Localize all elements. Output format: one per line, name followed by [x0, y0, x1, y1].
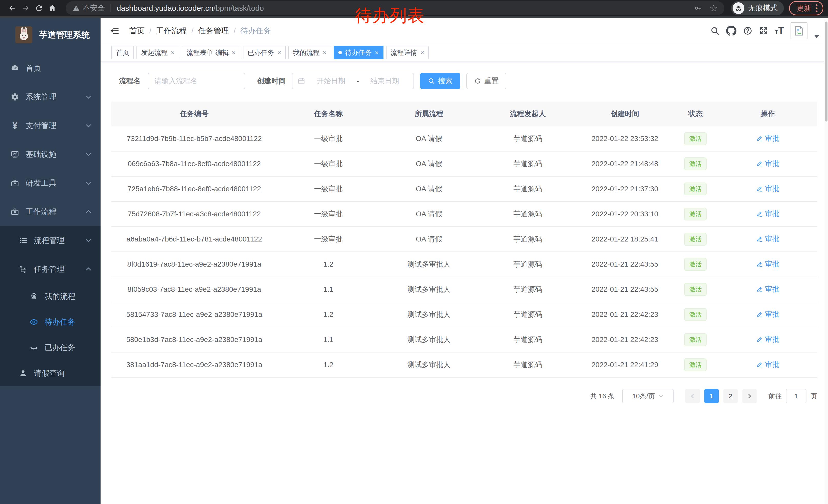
gear-icon: [10, 92, 19, 101]
tag-form-edit[interactable]: 流程表单-编辑×: [182, 46, 240, 59]
sidebar-item-home[interactable]: 首页: [0, 54, 100, 83]
status-badge: 激活: [684, 258, 707, 271]
font-size-icon[interactable]: TT: [775, 26, 784, 36]
sidebar-item-todo-task[interactable]: 待办任务: [0, 309, 100, 335]
approve-button[interactable]: 审批: [756, 234, 780, 244]
sidebar-item-devtools[interactable]: 研发工具: [0, 169, 100, 197]
page-button-2[interactable]: 2: [723, 389, 738, 403]
tag-todo-task[interactable]: 待办任务×: [334, 46, 383, 59]
avatar-caret-icon[interactable]: [814, 35, 819, 38]
approve-button[interactable]: 审批: [756, 360, 780, 369]
workflow-icon: [10, 207, 19, 216]
browser-menu-icon[interactable]: [816, 4, 818, 12]
refresh-icon: [474, 78, 481, 85]
close-icon[interactable]: ×: [420, 49, 424, 56]
chevron-down-icon: [85, 237, 92, 244]
home-icon[interactable]: [46, 2, 59, 15]
chevron-down-icon: [85, 122, 92, 129]
jump-suffix: 页: [811, 392, 817, 401]
list-icon: [18, 236, 28, 245]
approve-button[interactable]: 审批: [756, 184, 780, 193]
page-button-1[interactable]: 1: [704, 389, 719, 403]
table-row: 381aa1dd-7ac8-11ec-a9e2-a2380e71991a1.2测…: [111, 352, 817, 377]
sidebar-item-done-task[interactable]: 已办任务: [0, 335, 100, 360]
close-icon[interactable]: ×: [277, 49, 281, 56]
page-content: 流程名 创建时间 开始日期 - 结束日期 搜索 重置: [100, 62, 828, 403]
sidebar-item-leave-query[interactable]: 请假查询: [0, 360, 100, 386]
table-row: 8f0d1619-7ac8-11ec-a9e2-a2380e71991a1.2测…: [111, 252, 817, 277]
approve-button[interactable]: 审批: [756, 334, 780, 344]
status-badge: 激活: [684, 208, 707, 221]
sidebar-item-infra[interactable]: 基础设施: [0, 140, 100, 169]
approve-button[interactable]: 审批: [756, 259, 780, 269]
table-header-row: 任务编号 任务名称 所属流程 流程发起人 创建时间 状态 操作: [111, 101, 817, 126]
sidebar-item-task-manage[interactable]: 任务管理: [0, 255, 100, 283]
close-icon[interactable]: ×: [375, 49, 379, 56]
create-time-label: 创建时间: [257, 76, 286, 86]
approve-button[interactable]: 审批: [756, 134, 780, 143]
logo-image: [15, 27, 32, 43]
reload-icon[interactable]: [32, 2, 46, 15]
sidebar-item-system[interactable]: 系统管理: [0, 83, 100, 111]
reset-button[interactable]: 重置: [466, 73, 506, 89]
breadcrumb-home[interactable]: 首页: [129, 26, 145, 36]
edit-icon: [756, 261, 763, 268]
eye-closed-icon: [29, 343, 38, 352]
close-icon[interactable]: ×: [232, 49, 236, 56]
end-date-placeholder: 结束日期: [361, 76, 408, 86]
monitor-icon: [10, 150, 19, 159]
tag-done-task[interactable]: 已办任务×: [243, 46, 286, 59]
chevron-right-icon: [747, 393, 752, 399]
bookmark-star-icon[interactable]: ☆: [709, 4, 718, 13]
close-icon[interactable]: ×: [171, 49, 175, 56]
address-bar[interactable]: 不安全 dashboard.yudao.iocoder.cn/bpm/task/…: [66, 1, 724, 15]
app-logo[interactable]: 芋道管理系统: [0, 18, 100, 52]
github-icon[interactable]: [726, 26, 736, 36]
sidebar-item-process-manage[interactable]: 流程管理: [0, 226, 100, 255]
col-process: 所属流程: [380, 101, 479, 126]
sidebar-item-workflow[interactable]: 工作流程: [0, 197, 100, 226]
process-name-input[interactable]: [148, 73, 245, 89]
sidebar-item-my-process[interactable]: 我的流程: [0, 283, 100, 309]
security-label: 不安全: [83, 3, 105, 13]
sidebar-fold-icon[interactable]: [109, 26, 120, 36]
scrollbar-thumb[interactable]: [825, 21, 827, 122]
page-scrollbar[interactable]: [824, 19, 828, 504]
approve-button[interactable]: 审批: [756, 159, 780, 169]
security-status[interactable]: 不安全: [72, 3, 105, 13]
approve-button[interactable]: 审批: [756, 284, 780, 294]
divider: [111, 4, 111, 12]
workflow-submenu: 流程管理 任务管理 我的流程: [0, 226, 100, 386]
breadcrumb-workflow[interactable]: 工作流程: [156, 26, 187, 36]
active-dot: [338, 51, 342, 54]
update-button[interactable]: 更新: [789, 1, 823, 15]
breadcrumb-task-manage[interactable]: 任务管理: [198, 26, 229, 36]
sidebar-item-payment[interactable]: ¥ 支付管理: [0, 111, 100, 140]
tag-process-detail[interactable]: 流程详情×: [386, 46, 429, 59]
search-icon[interactable]: [710, 26, 719, 35]
browser-toolbar: 不安全 dashboard.yudao.iocoder.cn/bpm/task/…: [0, 0, 828, 18]
help-icon[interactable]: [743, 26, 752, 35]
back-icon[interactable]: [6, 2, 19, 15]
close-icon[interactable]: ×: [323, 49, 327, 56]
col-action: 操作: [718, 101, 817, 126]
edit-icon: [756, 336, 763, 343]
key-icon[interactable]: [694, 4, 702, 12]
page-size-select[interactable]: 10条/页: [622, 389, 673, 403]
approve-button[interactable]: 审批: [756, 310, 780, 319]
forward-icon[interactable]: [19, 2, 32, 15]
next-page-button[interactable]: [742, 389, 757, 403]
jump-page-input[interactable]: [786, 389, 806, 403]
avatar[interactable]: [791, 22, 808, 39]
tag-start-process[interactable]: 发起流程×: [136, 46, 179, 59]
fullscreen-icon[interactable]: [759, 26, 768, 35]
table-row: a6aba0a4-7b6d-11ec-b781-acde48001122一级审批…: [111, 227, 817, 252]
search-button[interactable]: 搜索: [420, 73, 460, 89]
date-range-picker[interactable]: 开始日期 - 结束日期: [292, 73, 414, 89]
tag-home[interactable]: 首页: [111, 46, 134, 59]
prev-page-button[interactable]: [686, 389, 700, 403]
edit-icon: [756, 160, 763, 167]
approve-button[interactable]: 审批: [756, 209, 780, 219]
tag-my-process[interactable]: 我的流程×: [288, 46, 331, 59]
incognito-badge: 无痕模式: [731, 1, 784, 15]
